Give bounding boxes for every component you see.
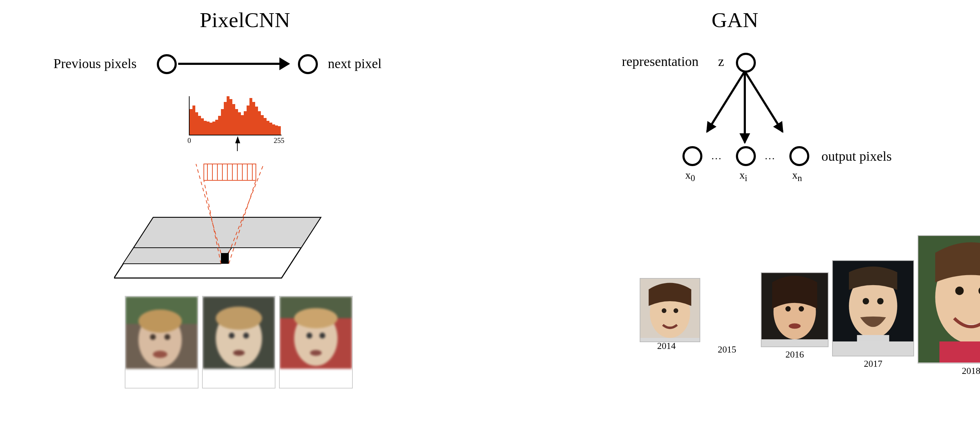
svg-point-50 [786,306,791,312]
hist-bar [192,105,195,135]
hist-bar [255,107,258,135]
hist-bars [189,96,281,135]
output-pixels-label: output pixels [821,148,892,164]
hist-bar [244,111,247,135]
svg-point-51 [799,306,804,312]
xn-base: x [792,169,797,181]
hist-bar [250,98,252,135]
hist-bar [238,112,241,135]
hist-bar [232,104,235,135]
gan-progress-strip: 2014 2015 [640,257,980,413]
svg-point-56 [877,298,883,304]
svg-marker-1 [134,217,321,248]
xn-label: xn [792,169,802,183]
svg-point-38 [310,350,321,356]
gan-title: GAN [490,8,980,32]
svg-point-30 [243,333,249,338]
hist-bar [267,121,269,135]
node-next-pixel [298,54,318,74]
svg-point-31 [233,350,245,356]
x0-base: x [685,169,690,181]
svg-rect-3 [221,253,229,264]
svg-rect-62 [939,341,980,362]
svg-point-47 [673,308,678,313]
hist-bar [210,123,212,135]
hist-bar [264,118,267,135]
hist-bar [215,120,218,135]
x0-sub: 0 [690,173,695,183]
hist-bar [258,111,261,135]
year-2017: 2017 [832,358,914,369]
node-prev-pixels [157,54,177,74]
svg-point-46 [662,308,667,313]
arrow-z-to-x0 [706,70,746,132]
hist-up-arrow-stem-icon [237,143,238,151]
hist-bar [272,124,275,135]
hist-bar [247,105,250,135]
x0-label: x0 [685,169,695,183]
hist-bar [189,109,192,135]
hist-x-axis [189,135,282,135]
hist-up-arrow-head-icon [235,136,240,143]
hist-bar [195,112,198,135]
xi-sub: i [745,173,747,183]
year-2014: 2014 [640,341,693,351]
year-2015: 2015 [697,344,757,355]
node-xn [789,146,809,166]
hist-bar [235,109,238,135]
pixelcnn-sample-image [202,296,276,389]
gan-sample-2016 [761,272,829,347]
hist-bar [198,116,201,135]
hist-bar [207,121,210,135]
svg-rect-57 [857,335,889,341]
xi-label: xi [740,169,747,183]
hist-bar [241,115,244,135]
svg-point-55 [863,298,869,304]
pixelcnn-samples [125,296,353,389]
hist-min-tick: 0 [188,137,191,145]
hist-bar [218,116,221,135]
hist-bar [204,121,207,135]
arrow-z-to-xi [744,73,746,143]
hist-max-tick: 255 [274,137,285,145]
year-2016: 2016 [761,349,829,360]
node-xi [736,146,756,166]
prev-pixels-label: Previous pixels [54,56,137,71]
hist-bar [227,96,229,135]
xi-base: x [740,169,745,181]
svg-rect-8 [204,164,256,180]
dots-left: … [711,150,723,162]
svg-point-29 [229,333,234,338]
gan-sample-2017 [832,260,914,357]
xn-sub: n [797,173,802,183]
svg-point-52 [789,323,800,329]
pixelcnn-receptive-field [114,153,363,282]
hist-bar [278,126,281,135]
arrow-z-to-xn [744,70,783,132]
gan-graph: representation z … … x0 xi xn output pix… [490,50,980,193]
hist-bar [224,102,227,135]
arrow-prev-to-next [178,63,289,65]
hist-bar [212,121,215,135]
hist-bar [221,109,224,135]
hist-bar [261,115,264,135]
next-pixel-label: next pixel [328,56,382,71]
representation-label: representation [622,53,698,69]
pixelcnn-graph: Previous pixels next pixel [0,56,490,84]
svg-point-22 [138,309,182,333]
svg-point-28 [216,306,262,330]
gan-sample-2015 [640,278,700,342]
pixelcnn-sample-image [125,296,199,389]
pixelcnn-sample-image [279,296,353,389]
svg-point-37 [320,333,325,338]
z-label: z [718,53,724,69]
svg-point-25 [153,351,167,358]
dots-right: … [764,150,776,162]
hist-bar [275,126,278,135]
svg-point-60 [955,287,964,295]
node-x0 [682,146,702,166]
svg-point-23 [150,334,156,340]
hist-bar [269,123,272,135]
hist-bar [201,118,204,135]
gan-sample-2018 [918,235,980,363]
